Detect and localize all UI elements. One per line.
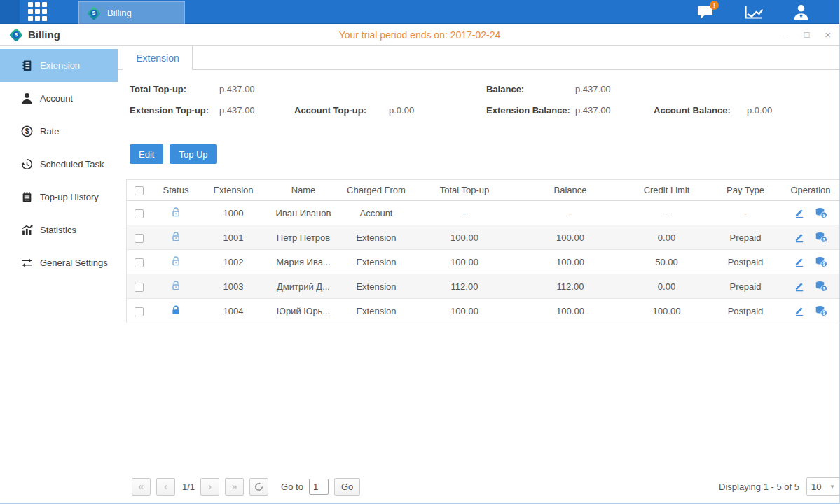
top-up-row-icon[interactable]: $: [815, 232, 827, 243]
table-row: 1002 Мария Ива... Extension 100.00 100.0…: [127, 250, 840, 274]
header-balance: Balance: [518, 185, 623, 195]
cell-name: Дмитрий Д...: [266, 281, 341, 292]
edit-row-icon[interactable]: [794, 232, 805, 243]
account-icon: [21, 92, 33, 104]
refresh-button[interactable]: [249, 478, 268, 496]
extension-balance-label: Extension Balance:: [486, 105, 575, 115]
sidebar-item-account[interactable]: Account: [0, 82, 118, 115]
cell-pay-type: Postpaid: [710, 257, 780, 267]
cell-total-topup: 100.00: [411, 257, 518, 267]
header-operation: Operation: [780, 185, 840, 195]
pagination-bar: « ‹ 1/1 › » Go to Go Displaying 1 - 5 of…: [118, 476, 840, 497]
sidebar-item-scheduled-task[interactable]: Scheduled Task: [0, 148, 118, 181]
sidebar-item-rate[interactable]: $ Rate: [0, 115, 118, 148]
prev-page-button[interactable]: ‹: [156, 478, 175, 496]
extension-table: Status Extension Name Charged From Total…: [126, 179, 840, 323]
svg-text:$: $: [822, 237, 825, 243]
sidebar-item-statistics[interactable]: Statistics: [0, 214, 118, 246]
app-tab-label: Billing: [107, 8, 132, 18]
cell-balance: 100.00: [518, 306, 623, 316]
top-up-row-icon[interactable]: $: [815, 256, 827, 267]
go-button[interactable]: Go: [334, 478, 360, 496]
topbar-left-strip: [0, 0, 20, 23]
edit-row-icon[interactable]: [794, 207, 805, 218]
extension-balance-value: p.437.00: [575, 105, 654, 115]
edit-row-icon[interactable]: [794, 281, 805, 292]
row-checkbox[interactable]: [135, 234, 144, 243]
total-topup-label: Total Top-up:: [130, 84, 219, 94]
cell-credit-limit: 0.00: [623, 232, 710, 243]
top-up-button[interactable]: Top Up: [170, 144, 216, 164]
top-up-row-icon[interactable]: $: [815, 281, 827, 292]
next-page-button[interactable]: ›: [200, 478, 219, 496]
statistics-icon: [21, 224, 33, 236]
svg-text:$: $: [822, 286, 825, 292]
sidebar-item-label: Statistics: [40, 225, 76, 235]
top-up-row-icon[interactable]: $: [815, 207, 827, 218]
cell-extension: 1001: [201, 232, 266, 243]
tab-extension[interactable]: Extension: [123, 46, 193, 70]
user-account-icon[interactable]: [790, 4, 811, 20]
goto-page-input[interactable]: [309, 479, 329, 495]
unlocked-status-icon: [170, 255, 181, 267]
sidebar-item-general-settings[interactable]: General Settings: [0, 246, 118, 279]
close-button[interactable]: ×: [825, 29, 831, 40]
cell-balance: -: [518, 208, 623, 218]
cell-credit-limit: 0.00: [623, 281, 710, 292]
page-size-select[interactable]: 10 ▼: [806, 477, 840, 496]
account-topup-value: p.0.00: [389, 105, 414, 115]
cell-credit-limit: -: [623, 208, 710, 218]
cell-charged-from: Extension: [341, 306, 411, 316]
cell-name: Иван Иванов: [266, 208, 341, 218]
row-checkbox[interactable]: [135, 209, 144, 218]
cell-balance: 100.00: [518, 232, 623, 243]
unlocked-status-icon: [170, 280, 181, 291]
summary-section: Total Top-up: p.437.00 Balance: p.437.00…: [130, 84, 840, 126]
top-up-row-icon[interactable]: $: [815, 305, 827, 316]
page-indicator: 1/1: [182, 482, 195, 492]
last-page-button[interactable]: »: [225, 478, 244, 496]
general-settings-icon: [21, 257, 33, 269]
cell-credit-limit: 100.00: [623, 306, 710, 316]
cell-charged-from: Account: [341, 208, 411, 218]
cell-balance: 112.00: [518, 281, 623, 292]
cell-extension: 1003: [201, 281, 266, 292]
cell-total-topup: 100.00: [411, 306, 518, 316]
table-body: 1000 Иван Иванов Account - - - - $ 1001 …: [127, 201, 840, 323]
tab-strip: Extension: [118, 46, 840, 70]
svg-text:$: $: [822, 311, 825, 316]
first-page-button[interactable]: «: [132, 478, 151, 496]
cell-credit-limit: 50.00: [623, 257, 710, 267]
unlocked-status-icon: [170, 231, 181, 242]
header-name: Name: [266, 185, 341, 195]
cell-total-topup: -: [411, 208, 518, 218]
sidebar-item-top-up-history[interactable]: Top-up History: [0, 181, 118, 214]
header-credit-limit: Credit Limit: [623, 185, 710, 195]
cell-charged-from: Extension: [341, 232, 411, 243]
messages-icon[interactable]: !: [695, 4, 716, 20]
row-checkbox[interactable]: [135, 283, 144, 292]
edit-button[interactable]: Edit: [130, 144, 163, 164]
unlocked-status-icon: [170, 206, 181, 218]
edit-row-icon[interactable]: [794, 305, 805, 316]
row-checkbox[interactable]: [135, 258, 144, 267]
extension-topup-value: p.437.00: [219, 105, 294, 115]
svg-text:$: $: [822, 213, 825, 218]
select-all-checkbox[interactable]: [135, 186, 144, 195]
row-checkbox[interactable]: [135, 307, 144, 316]
sidebar-item-extension[interactable]: Extension: [0, 49, 118, 82]
sidebar-item-label: Account: [40, 93, 73, 104]
app-grid-icon[interactable]: [25, 0, 49, 23]
displaying-text: Displaying 1 - 5 of 5: [719, 482, 799, 492]
edit-row-icon[interactable]: [794, 256, 805, 267]
main-panel: Extension Total Top-up: p.437.00 Balance…: [118, 46, 840, 503]
minimize-button[interactable]: –: [783, 29, 788, 40]
cell-extension: 1002: [201, 257, 266, 267]
cell-extension: 1000: [201, 208, 266, 218]
cell-charged-from: Extension: [341, 281, 411, 292]
header-extension: Extension: [201, 185, 266, 195]
statistics-chart-icon[interactable]: [743, 4, 764, 20]
app-tab-billing[interactable]: $ Billing: [78, 1, 185, 24]
cell-pay-type: Postpaid: [710, 306, 780, 316]
maximize-button[interactable]: □: [804, 30, 809, 39]
